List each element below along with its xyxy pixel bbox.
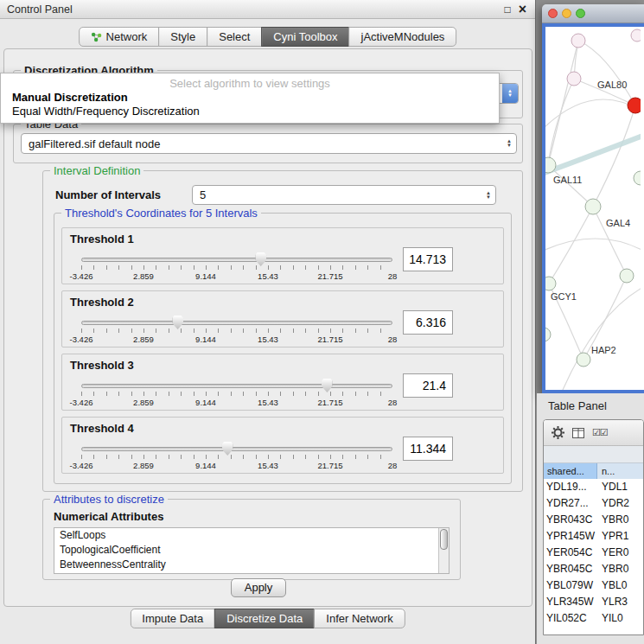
cell: YBR043C [544,512,597,528]
column-header-shared-name[interactable]: shared... [544,463,597,479]
columns-icon[interactable] [572,428,584,438]
network-node-selected[interactable] [628,98,641,113]
tick-label: 28 [388,271,398,281]
network-canvas[interactable]: GAL80 GAL11 GAL4 GCY1 HAP2 [542,23,644,393]
table-row[interactable]: YBL079W YBL0 [544,577,643,594]
node-label: GAL11 [553,175,582,185]
tab-network[interactable]: Network [79,27,160,47]
network-node[interactable] [545,277,556,290]
tick-label: 2.859 [133,398,154,407]
slider-thumb[interactable] [172,316,183,329]
slider-thumb[interactable] [322,379,333,392]
table-data-combobox[interactable]: galFiltered.sif default node ▲▼ [21,133,517,154]
select-all-checks-icon[interactable]: ☑☑ [592,427,608,438]
slider-track[interactable] [81,384,392,388]
dropdown-option-equal-width-frequency[interactable]: Equal Width/Frequency Discretization [1,105,499,118]
apply-button[interactable]: Apply [231,578,286,597]
table-row[interactable]: YIL052C YIL0 [544,610,643,627]
threshold-2-value-field[interactable]: 6.316 [403,310,453,335]
tab-label: jActiveMNodules [361,28,445,46]
dropdown-option-manual-discretization[interactable]: Manual Discretization [1,91,499,105]
table-row[interactable]: YBR043C YBR0 [544,512,643,528]
tab-select[interactable]: Select [207,27,262,47]
cell: YBL0 [597,577,643,594]
network-node[interactable] [567,72,581,86]
column-header-name[interactable]: n... [597,463,643,479]
threshold-label: Threshold 3 [70,359,134,372]
threshold-4-slider[interactable]: -3.426 2.859 9.144 15.43 21.715 28 [81,443,392,473]
threshold-3-value-field[interactable]: 21.4 [403,373,453,398]
tick-label: 9.144 [195,335,216,344]
network-node[interactable] [585,199,601,214]
tab-infer-network[interactable]: Infer Network [314,609,405,628]
float-window-icon[interactable]: □ [504,3,510,16]
tick-label: -3.426 [70,461,93,470]
zoom-traffic-light[interactable] [576,9,585,18]
network-node[interactable] [577,353,590,367]
table-row[interactable]: YLR345W YLR3 [544,594,643,610]
tab-style[interactable]: Style [158,27,207,47]
threshold-label: Threshold 1 [70,233,134,245]
tick-label: 15.43 [258,461,278,470]
slider-thumb[interactable] [222,442,233,456]
tab-impute-data[interactable]: Impute Data [130,609,215,628]
network-node[interactable] [571,34,585,48]
threshold-4-value-field[interactable]: 11.344 [403,437,453,461]
tab-label: Impute Data [142,609,203,628]
table-panel: Table Panel ☑☑ [537,393,644,644]
tab-label: Cyni Toolbox [273,28,337,46]
threshold-2-slider[interactable]: -3.426 2.859 9.144 15.43 21.715 28 [81,317,392,347]
cyni-bottom-tabbar: Impute Data Discretize Data Infer Networ… [130,609,405,628]
table-header-row: shared... n... [544,463,643,479]
table-row[interactable]: YBR045C YBR0 [544,561,643,577]
tick-label: -3.426 [70,335,93,344]
window-title: Control Panel [0,3,504,16]
list-item[interactable]: TopologicalCoefficient [54,543,449,558]
tab-jactivemnodules[interactable]: jActiveMNodules [349,27,457,47]
scrollbar[interactable] [438,528,449,573]
table-row[interactable]: YER054C YER0 [544,545,643,561]
threshold-label: Threshold 4 [70,422,134,435]
threshold-label: Threshold 2 [70,296,134,309]
cell: YPR145W [544,528,597,545]
cell: YIL0 [597,610,643,627]
numerical-attributes-label: Numerical Attributes [54,510,163,523]
cell: YPR1 [597,528,643,545]
combo-arrows-icon[interactable]: ▲▼ [502,84,518,103]
network-window-titlebar [542,4,644,23]
slider-track[interactable] [81,447,392,451]
table-row[interactable]: YPR145W YPR1 [544,528,643,545]
threshold-1-slider[interactable]: -3.426 2.859 9.144 15.43 21.715 28 [81,254,392,284]
number-of-intervals-combobox[interactable]: 5 ▲▼ [192,185,496,205]
table-toolbar: ☑☑ [544,420,643,446]
network-node[interactable] [631,29,641,41]
threshold-3-panel: Threshold 3 -3.426 2.859 9.144 15.43 21.… [61,354,504,411]
network-node[interactable] [634,171,641,185]
network-node[interactable] [545,328,551,341]
tab-cyni-toolbox[interactable]: Cyni Toolbox [261,27,349,47]
scrollbar-thumb[interactable] [440,529,448,550]
threshold-1-value-field[interactable]: 14.713 [403,247,453,271]
combo-arrows-icon[interactable]: ▲▼ [481,186,495,204]
tab-discretize-data[interactable]: Discretize Data [214,609,315,628]
gear-icon[interactable] [552,426,564,439]
slider-ticks [81,455,392,459]
attributes-listbox: SelfLoops TopologicalCoefficient Between… [54,527,450,574]
slider-track[interactable] [81,321,392,325]
table-row[interactable]: YDR27... YDR2 [544,495,643,512]
list-item[interactable]: BetweennessCentrality [54,558,449,572]
cell: YLR3 [597,594,643,610]
list-item[interactable]: SelfLoops [54,528,449,543]
slider-track[interactable] [81,258,392,262]
minimize-traffic-light[interactable] [562,9,571,18]
tick-label: 2.859 [133,335,154,344]
cyni-toolbox-panel: Discretization Algorithm ▲▼ Table Data g… [3,48,532,607]
combo-arrows-icon[interactable]: ▲▼ [502,134,516,153]
network-node[interactable] [620,269,634,283]
node-label: GAL4 [606,218,630,228]
close-icon[interactable]: × [519,3,526,16]
threshold-3-slider[interactable]: -3.426 2.859 9.144 15.43 21.715 28 [81,380,392,410]
close-traffic-light[interactable] [548,9,558,18]
slider-thumb[interactable] [255,252,266,266]
table-row[interactable]: YDL19... YDL1 [544,479,643,495]
